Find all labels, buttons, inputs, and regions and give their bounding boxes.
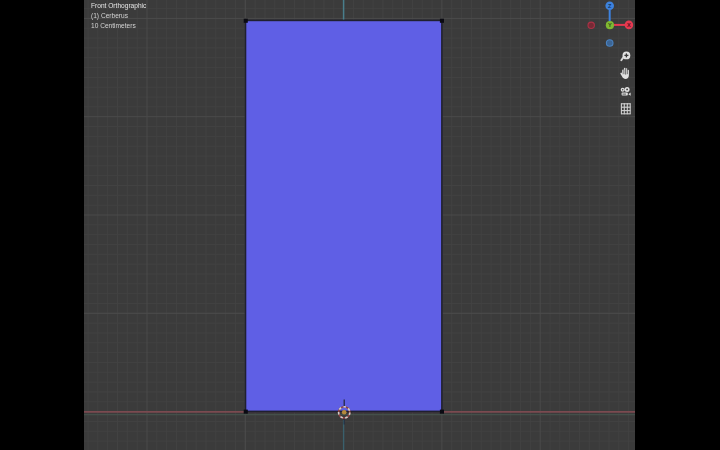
svg-text:Z: Z <box>608 3 612 9</box>
svg-text:X: X <box>627 22 631 28</box>
svg-text:Y: Y <box>608 22 612 28</box>
